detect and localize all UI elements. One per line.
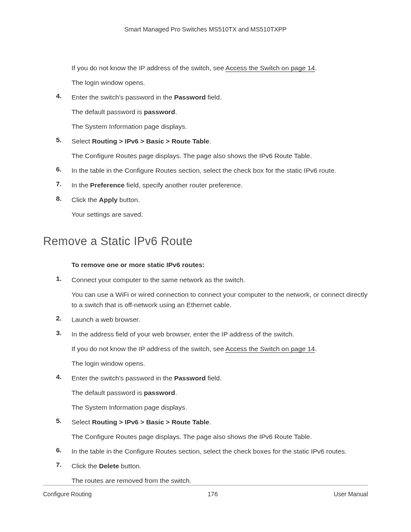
text: Enter the switch's password in the bbox=[72, 374, 174, 382]
step-7: 7. In the Preference field, specify anot… bbox=[56, 180, 368, 190]
text: Enter the switch's password in the bbox=[72, 93, 174, 101]
bold-text: Routing > IPv6 > Basic > Route Table bbox=[92, 418, 209, 426]
step-6: 6. In the table in the Configure Routes … bbox=[56, 446, 368, 457]
step-7: 7. Click the Delete button. The routes a… bbox=[56, 461, 368, 486]
step-number: 5. bbox=[56, 136, 72, 144]
step-number: 2. bbox=[56, 314, 72, 322]
sub-text: The System Information page displays. bbox=[72, 121, 368, 132]
step-5: 5. Select Routing > IPv6 > Basic > Route… bbox=[56, 136, 368, 161]
text: field. bbox=[206, 93, 221, 101]
sub-text: If you do not know the IP address of the… bbox=[72, 344, 368, 354]
content-area-2: To remove one or more static IPv6 routes… bbox=[43, 261, 368, 486]
text: . bbox=[209, 418, 211, 426]
sub-text: You can use a WiFi or wired connection t… bbox=[72, 289, 368, 310]
text: Click the bbox=[72, 196, 99, 203]
bold-text: Routing > IPv6 > Basic > Route Table bbox=[92, 137, 209, 145]
sub-text: The login window opens. bbox=[72, 358, 368, 369]
text: button. bbox=[119, 462, 141, 470]
sub-text: Your settings are saved. bbox=[72, 209, 368, 220]
bold-text: Preference bbox=[90, 181, 125, 189]
text: button. bbox=[118, 196, 140, 203]
link-access-switch[interactable]: Access the Switch on page 14 bbox=[225, 64, 315, 72]
pre-step-text: If you do not know the IP address of the… bbox=[56, 63, 368, 73]
link-access-switch[interactable]: Access the Switch on page 14 bbox=[225, 345, 315, 353]
step-body: Click the Apply button. Your settings ar… bbox=[72, 195, 368, 220]
step-number: 8. bbox=[56, 195, 72, 202]
text: field, specify another router preference… bbox=[125, 181, 243, 189]
text: . bbox=[315, 345, 317, 352]
text: . bbox=[315, 64, 317, 72]
step-number: 6. bbox=[56, 165, 72, 173]
bold-text: password bbox=[144, 389, 175, 396]
intro-text: To remove one or more static IPv6 routes… bbox=[56, 261, 368, 269]
step-number: 4. bbox=[56, 92, 72, 100]
step-number: 4. bbox=[56, 373, 72, 381]
step-4: 4. Enter the switch's password in the Pa… bbox=[56, 92, 368, 132]
bold-text: Password bbox=[174, 374, 206, 382]
step-1: 1. Connect your computer to the same net… bbox=[56, 275, 368, 310]
step-3: 3. In the address field of your web brow… bbox=[56, 329, 368, 369]
section-heading: Remove a Static IPv6 Route bbox=[43, 235, 368, 248]
step-6: 6. In the table in the Configure Routes … bbox=[56, 165, 368, 176]
text: . bbox=[209, 137, 211, 145]
text: Select bbox=[72, 418, 92, 426]
step-number: 6. bbox=[56, 446, 72, 454]
step-body: In the address field of your web browser… bbox=[72, 329, 368, 369]
step-body: Enter the switch's password in the Passw… bbox=[72, 92, 368, 132]
step-number: 5. bbox=[56, 417, 72, 425]
sub-text: The default password is password. bbox=[72, 388, 368, 398]
pre-step-text-2: The login window opens. bbox=[56, 78, 368, 88]
footer-right: User Manual bbox=[334, 491, 368, 498]
step-body: In the Preference field, specify another… bbox=[72, 180, 368, 190]
text: . bbox=[175, 389, 177, 396]
step-body: Select Routing > IPv6 > Basic > Route Ta… bbox=[72, 417, 368, 442]
text: In the bbox=[72, 181, 90, 189]
text: field. bbox=[206, 374, 221, 382]
text: If you do not know the IP address of the… bbox=[72, 345, 225, 352]
text: Click the bbox=[72, 462, 99, 470]
step-8: 8. Click the Apply button. Your settings… bbox=[56, 195, 368, 220]
bold-text: Password bbox=[174, 93, 206, 101]
step-4: 4. Enter the switch's password in the Pa… bbox=[56, 373, 368, 413]
step-body: In the table in the Configure Routes sec… bbox=[72, 446, 368, 457]
step-body: Select Routing > IPv6 > Basic > Route Ta… bbox=[72, 136, 368, 161]
sub-text: The Configure Routes page displays. The … bbox=[72, 151, 368, 161]
sub-text: The System Information page displays. bbox=[72, 402, 368, 413]
text: Connect your computer to the same networ… bbox=[72, 276, 245, 283]
bold-text: password bbox=[144, 108, 175, 115]
text: . bbox=[175, 108, 177, 115]
text: If you do not know the IP address of the… bbox=[72, 64, 225, 72]
text: The default password is bbox=[72, 389, 144, 396]
step-body: Connect your computer to the same networ… bbox=[72, 275, 368, 310]
step-body: Click the Delete button. The routes are … bbox=[72, 461, 368, 486]
step-body: In the table in the Configure Routes sec… bbox=[72, 165, 368, 176]
step-number: 1. bbox=[56, 275, 72, 283]
content-area: If you do not know the IP address of the… bbox=[43, 63, 368, 220]
step-body: Launch a web browser. bbox=[72, 314, 368, 325]
footer-page-number: 176 bbox=[208, 491, 218, 498]
step-5: 5. Select Routing > IPv6 > Basic > Route… bbox=[56, 417, 368, 442]
sub-text: The Configure Routes page displays. The … bbox=[72, 432, 368, 442]
document-header: Smart Managed Pro Switches MS510TX and M… bbox=[43, 26, 368, 33]
page-footer: Configure Routing 176 User Manual bbox=[43, 485, 368, 498]
step-2: 2. Launch a web browser. bbox=[56, 314, 368, 325]
step-number: 3. bbox=[56, 329, 72, 337]
text: The default password is bbox=[72, 108, 144, 115]
bold-text: Apply bbox=[99, 196, 118, 203]
step-body: Enter the switch's password in the Passw… bbox=[72, 373, 368, 413]
step-number: 7. bbox=[56, 461, 72, 469]
step-number: 7. bbox=[56, 180, 72, 188]
sub-text: The default password is password. bbox=[72, 107, 368, 117]
bold-text: Delete bbox=[99, 462, 119, 470]
text: Select bbox=[72, 137, 92, 145]
sub-text: The routes are removed from the switch. bbox=[72, 476, 368, 486]
footer-left: Configure Routing bbox=[43, 491, 92, 498]
text: In the address field of your web browser… bbox=[72, 330, 294, 338]
